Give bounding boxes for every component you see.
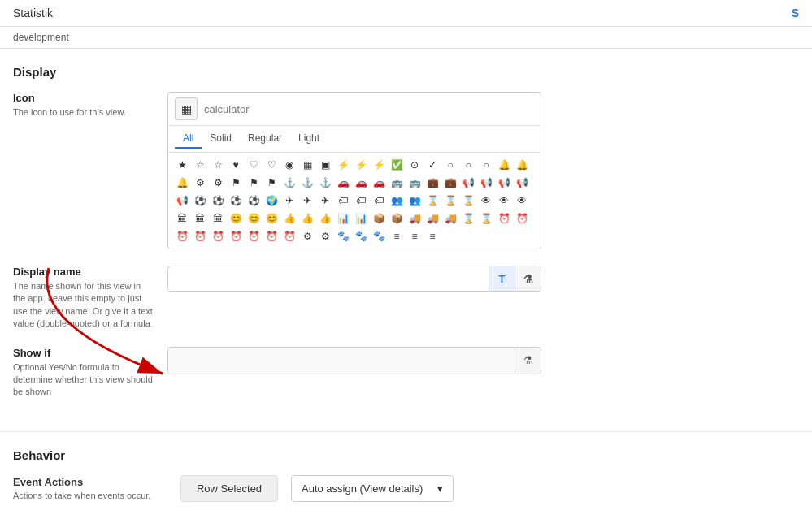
icon-cell[interactable]: ○ <box>441 156 459 174</box>
icon-cell[interactable]: 👥 <box>406 192 423 210</box>
display-name-input[interactable] <box>168 268 489 290</box>
icon-cell[interactable]: ≡ <box>423 227 441 245</box>
icon-cell[interactable]: 💼 <box>441 174 459 192</box>
icon-cell[interactable]: ⚽ <box>245 192 263 210</box>
icon-cell[interactable]: 📢 <box>495 174 513 192</box>
icon-cell[interactable]: 📢 <box>513 174 531 192</box>
icon-cell[interactable]: ⏰ <box>191 227 209 245</box>
icon-cell[interactable]: ⚓ <box>298 174 316 192</box>
icon-cell[interactable]: 😊 <box>245 210 263 227</box>
show-if-formula-button[interactable]: ⚗ <box>515 348 541 374</box>
icon-cell[interactable]: ☆ <box>191 156 209 174</box>
icon-cell[interactable]: 📦 <box>388 210 406 227</box>
icon-cell[interactable]: 🏷 <box>334 192 352 210</box>
icon-cell[interactable]: 👁 <box>495 192 513 210</box>
icon-cell[interactable]: ⌛ <box>477 210 495 227</box>
icon-cell[interactable]: ⚡ <box>352 156 370 174</box>
icon-cell[interactable]: 🚗 <box>352 174 370 192</box>
icon-cell[interactable]: 🏛 <box>191 210 209 227</box>
icon-cell[interactable]: ♡ <box>263 156 280 174</box>
icon-cell[interactable]: ⚑ <box>227 174 245 192</box>
icon-cell[interactable]: ▦ <box>298 156 316 174</box>
icon-cell[interactable]: ⚽ <box>227 192 245 210</box>
icon-cell[interactable]: ⌛ <box>441 192 459 210</box>
icon-cell[interactable]: 📢 <box>477 174 495 192</box>
icon-cell[interactable]: 🚗 <box>370 174 388 192</box>
icon-cell[interactable]: ♡ <box>245 156 263 174</box>
icon-cell[interactable]: ≡ <box>388 227 406 245</box>
icon-cell[interactable]: 😊 <box>263 210 280 227</box>
icon-cell[interactable]: 👁 <box>513 192 531 210</box>
icon-cell[interactable]: ✈ <box>316 192 334 210</box>
icon-cell[interactable]: ⏰ <box>209 227 227 245</box>
icon-tab-solid[interactable]: Solid <box>202 129 240 149</box>
icon-cell[interactable]: ✈ <box>298 192 316 210</box>
icon-cell[interactable]: ⚙ <box>191 174 209 192</box>
icon-cell[interactable]: ⚑ <box>263 174 280 192</box>
icon-cell[interactable]: 🚌 <box>406 174 423 192</box>
icon-cell[interactable]: 🚚 <box>441 210 459 227</box>
icon-cell[interactable]: ⊙ <box>406 156 423 174</box>
icon-cell[interactable]: ○ <box>477 156 495 174</box>
icon-cell[interactable]: 👍 <box>316 210 334 227</box>
icon-cell[interactable]: ⚓ <box>316 174 334 192</box>
icon-cell[interactable]: 🚗 <box>334 174 352 192</box>
icon-cell[interactable]: 👍 <box>280 210 298 227</box>
icon-cell[interactable]: ☆ <box>209 156 227 174</box>
icon-cell[interactable]: 🏛 <box>173 210 191 227</box>
icon-cell[interactable]: ♥ <box>227 156 245 174</box>
icon-cell[interactable]: ⏰ <box>173 227 191 245</box>
icon-cell[interactable]: ≡ <box>406 227 423 245</box>
icon-cell[interactable]: ⚽ <box>191 192 209 210</box>
icon-cell[interactable]: ⚽ <box>209 192 227 210</box>
icon-cell[interactable]: ⌛ <box>423 192 441 210</box>
icon-cell[interactable]: 🐾 <box>334 227 352 245</box>
icon-cell[interactable]: 🚚 <box>423 210 441 227</box>
icon-tab-all[interactable]: All <box>175 129 202 149</box>
icon-cell[interactable]: ⏰ <box>513 210 531 227</box>
icon-search-input[interactable] <box>204 103 534 115</box>
display-name-formula-button[interactable]: ⚗ <box>515 266 541 291</box>
icon-tab-regular[interactable]: Regular <box>240 129 290 149</box>
icon-cell[interactable]: ▣ <box>316 156 334 174</box>
icon-cell[interactable]: 👁 <box>477 192 495 210</box>
icon-cell[interactable]: ✈ <box>280 192 298 210</box>
icon-cell[interactable]: ⚓ <box>280 174 298 192</box>
icon-cell[interactable]: 🏷 <box>352 192 370 210</box>
icon-cell[interactable]: 🐾 <box>352 227 370 245</box>
icon-cell[interactable]: 😊 <box>227 210 245 227</box>
icon-cell[interactable]: 👥 <box>388 192 406 210</box>
icon-cell[interactable]: 🚌 <box>388 174 406 192</box>
icon-cell[interactable]: ⚡ <box>334 156 352 174</box>
icon-cell[interactable]: ⚡ <box>370 156 388 174</box>
icon-cell[interactable]: ★ <box>173 156 191 174</box>
event-action-select[interactable]: Auto assign (View details) ▾ <box>291 475 454 502</box>
display-name-t-button[interactable]: T <box>489 266 515 291</box>
icon-cell[interactable]: ⏰ <box>245 227 263 245</box>
icon-cell[interactable]: 🏷 <box>370 192 388 210</box>
icon-cell[interactable]: 🔔 <box>495 156 513 174</box>
icon-cell[interactable]: ⏰ <box>280 227 298 245</box>
icon-cell[interactable]: 📢 <box>459 174 477 192</box>
icon-cell[interactable]: 📊 <box>352 210 370 227</box>
icon-cell[interactable]: 🔔 <box>173 174 191 192</box>
show-if-input[interactable] <box>168 348 515 374</box>
icon-tab-light[interactable]: Light <box>290 129 328 149</box>
icon-cell[interactable]: 📦 <box>370 210 388 227</box>
icon-cell[interactable]: 📊 <box>334 210 352 227</box>
icon-cell[interactable]: ⚑ <box>245 174 263 192</box>
icon-cell[interactable]: 🏛 <box>209 210 227 227</box>
icon-cell[interactable]: ⚙ <box>316 227 334 245</box>
icon-cell[interactable]: 🔔 <box>513 156 531 174</box>
icon-cell[interactable]: ⏰ <box>227 227 245 245</box>
icon-picker[interactable]: ▦ All Solid Regular Light ★ ☆ <box>167 92 541 249</box>
icon-cell[interactable]: ⌛ <box>459 192 477 210</box>
icon-cell[interactable]: ⌛ <box>459 210 477 227</box>
icon-cell[interactable]: ✓ <box>423 156 441 174</box>
icon-cell[interactable]: 💼 <box>423 174 441 192</box>
app-header-icon[interactable]: S <box>792 6 799 19</box>
icon-cell[interactable]: ○ <box>459 156 477 174</box>
icon-cell[interactable]: ⏰ <box>495 210 513 227</box>
icon-cell[interactable]: ⚙ <box>209 174 227 192</box>
icon-cell[interactable]: ✅ <box>388 156 406 174</box>
